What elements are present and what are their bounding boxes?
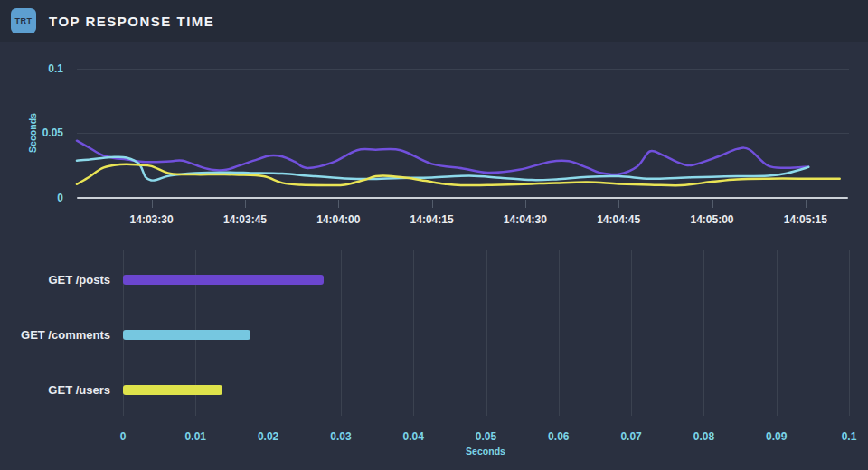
bar-get-posts[interactable] [123,275,324,285]
bar-x-tick-label: 0.02 [258,430,278,443]
x-tick-label: 14:04:00 [316,213,360,226]
x-axis-tick [525,200,526,208]
x-axis-tick [432,200,433,208]
bar-x-tick-label: 0.08 [693,430,714,443]
x-gridline [631,250,632,416]
x-tick-label: 14:04:30 [504,213,547,226]
bar-x-tick-label: 0.1 [842,430,857,443]
line-series-get-posts[interactable] [77,141,808,174]
x-gridline [413,250,414,416]
x-tick-label: 14:05:00 [690,213,733,226]
x-axis-tick [806,200,807,208]
bar-x-tick-label: 0.09 [766,430,787,443]
x-gridline [703,250,704,416]
bar-x-tick-label: 0.05 [476,430,496,443]
x-gridline [559,250,560,416]
x-tick-label: 14:04:15 [410,213,454,226]
x-axis-tick [712,200,713,208]
bar-label-get-posts: GET /posts [0,273,110,287]
bar-label-get-users: GET /users [0,383,110,397]
bar-get-users[interactable] [123,385,222,395]
x-gridline [486,250,487,416]
x-gridline [341,250,342,416]
bar-x-tick-label: 0.03 [330,430,351,443]
x-axis-tick [245,200,246,208]
x-gridline [777,250,778,416]
x-tick-label: 14:03:45 [223,213,267,226]
bar-x-tick-label: 0.01 [185,430,206,443]
x-tick-label: 14:05:15 [784,213,827,226]
x-gridline [849,250,850,416]
x-axis-tick [618,200,619,208]
bar-x-tick-label: 0.06 [548,430,569,443]
bar-x-axis-title: Seconds [466,446,505,456]
line-chart-canvas[interactable] [0,0,868,235]
bar-x-tick-label: 0.04 [403,430,424,443]
x-tick-label: 14:04:45 [597,213,640,226]
x-axis-tick [152,200,153,208]
bar-get-comments[interactable] [123,330,250,340]
line-series-get-comments[interactable] [77,157,808,181]
bar-x-tick-label: 0 [120,430,127,443]
bar-label-get-comments: GET /comments [0,328,110,342]
top-response-time-panel: TRT TOP RESPONSE TIME Seconds 0 0.05 0.1… [0,0,868,470]
x-tick-label: 14:03:30 [130,213,174,226]
bar-x-tick-label: 0.07 [620,430,641,443]
x-axis-tick [338,200,339,208]
